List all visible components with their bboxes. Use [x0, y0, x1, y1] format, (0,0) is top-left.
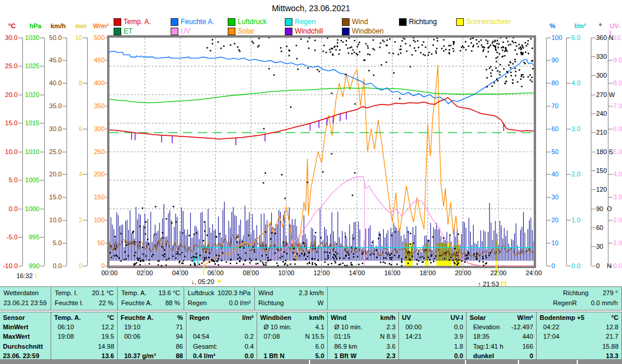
plot-area[interactable] [109, 38, 534, 266]
axis-tick-label: 50 [82, 239, 105, 247]
axis-tick [40, 237, 44, 238]
axis-tick [40, 95, 44, 95]
legend-label: Feuchte A. [181, 18, 214, 26]
axis-tick-label: 20.0 [0, 91, 18, 99]
stats-row-label: Sensor [3, 313, 48, 322]
legend-item-et: ET [114, 26, 171, 36]
table-cell: Temp. I.20.1 °CFeuchte I.22 % [51, 287, 118, 310]
legend-color-swatch [285, 18, 292, 26]
legend-color-swatch [456, 18, 464, 26]
summary-title: Wetterdaten [4, 288, 47, 298]
legend-label: Solar [238, 27, 254, 35]
axis-tick-label: 3.0 [571, 125, 597, 133]
axis-tick-label: 4 [60, 171, 82, 178]
axis-tick-label: 40.0 [39, 79, 62, 87]
axis-tick-label: 70 [551, 102, 577, 110]
current-weather-table: Wetterdaten23.06.21 23:59Temp. I.20.1 °C… [0, 286, 622, 310]
axis-tick-label: 30 [551, 193, 577, 201]
legend-item-windb-en: Windböen [342, 26, 399, 36]
stats-row-label: Durchschnitt [3, 342, 48, 351]
legend-color-swatch [285, 28, 292, 35]
legend-color-swatch [399, 18, 407, 26]
axis-tick [40, 66, 44, 66]
table-cell: Wind2.3 km/hRichtungW [255, 287, 328, 310]
axis-tick-label: 10 [551, 239, 577, 247]
axis-tick-label: 0 [60, 262, 82, 270]
axis-line [566, 38, 567, 266]
x-axis-label: 10:00 [274, 269, 298, 276]
axis-tick-label: -5.0 [0, 233, 18, 241]
x-axis-label: 00:00 [97, 269, 122, 276]
axis-tick-label: 250 [82, 148, 105, 156]
axis-tick [608, 60, 613, 61]
axis-tick [608, 266, 613, 266]
axis-tick-label: 200 [82, 171, 105, 178]
legend-color-swatch [228, 28, 235, 35]
legend-label: ET [124, 27, 132, 35]
table-cell: Temp. A.13.6 °CFeuchte A.88 % [118, 287, 184, 310]
summary-datetime: 23.06.21 23:59 [4, 298, 47, 308]
legend-label: Regen [295, 18, 315, 26]
legend-item-wind: Wind [342, 17, 399, 26]
axis-tick [62, 60, 66, 61]
axis-tick-label: 10.0 [0, 148, 18, 156]
x-axis-label: 04:00 [168, 269, 192, 276]
axis-tick-label: 500 [82, 34, 105, 42]
axis-tick [547, 152, 551, 152]
axis-tick-label: 400 [82, 79, 105, 87]
axis-tick-label: 30.0 [0, 34, 18, 42]
axis-tick-label: 0 [82, 262, 105, 270]
legend-label: UV [181, 27, 191, 35]
window-border-segment [466, 360, 518, 364]
legend-label: Richtung [409, 18, 437, 26]
axis-header-pct: % [550, 22, 556, 29]
x-axis-label: 06:00 [203, 269, 228, 276]
axis-tick [591, 56, 596, 57]
legend-item-temp-a-: Temp. A. [114, 17, 171, 26]
axis-tick [62, 197, 66, 198]
legend-label: Sonnenschein [466, 18, 511, 26]
axis-tick-label: 25.0 [39, 148, 62, 156]
x-axis-label: 02:00 [132, 269, 157, 276]
legend-color-swatch [114, 28, 121, 35]
axis-tick [62, 106, 66, 106]
axis-tick-label: 5.0 [39, 239, 62, 247]
axis-tick-label: 1025 [17, 62, 39, 70]
axis-tick-label: 150 [82, 193, 105, 201]
x-axis-label: 14:00 [345, 269, 370, 276]
sunrise-arrow-icon: ↓, [191, 278, 197, 285]
stats-row-label: 23.06. 23:59 [3, 351, 48, 360]
axis-tick [567, 220, 571, 221]
axis-tick [591, 152, 596, 152]
axis-tick-label: 0.0 [39, 262, 62, 270]
x-axis-label: 22:00 [486, 269, 511, 276]
axis-tick [62, 152, 66, 152]
legend-color-swatch [228, 18, 235, 26]
axis-tick [591, 189, 596, 190]
axis-tick-label: 990 [17, 262, 39, 270]
stats-column-wind: Windkm/hØ 10 min.2.301:15N 8.986.9 km3.6… [328, 312, 399, 360]
axis-tick-label: 1010 [17, 148, 39, 156]
axis-tick [608, 129, 613, 129]
axis-tick-label: 2.0 [571, 171, 597, 178]
axis-tick-label: 995 [17, 233, 39, 241]
axis-tick [567, 129, 571, 129]
legend-color-swatch [171, 28, 178, 35]
axis-tick-label: 1000 [17, 205, 39, 213]
axis-tick-label: 20.0 [39, 171, 62, 178]
axis-tick-label: 450 [82, 56, 105, 64]
stats-column-uv: UVUV-I00:000.014:213.91.80.0 [399, 312, 467, 360]
axis-tick [591, 38, 596, 38]
stats-column-solar: SolarW/m²Elevation-12.49718:35440Tag:1:4… [467, 312, 537, 360]
axis-header-min: min [75, 22, 87, 29]
axis-header-lm2: l/m² [574, 22, 586, 29]
axis-tick [62, 243, 66, 243]
axis-tick [608, 220, 613, 221]
chart-legend: Temp. A.Feuchte A.LuftdruckRegenWindRich… [114, 17, 513, 36]
daily-stats-table: SensorMinWertMaxWertDurchschnitt23.06. 2… [0, 312, 622, 360]
axis-tick-label: 350 [82, 102, 105, 110]
axis-tick-label: 270 W [596, 91, 622, 99]
window-border-segment [578, 360, 622, 364]
axis-tick-label: 300 [82, 125, 105, 133]
axis-tick-label: 1.0 [613, 239, 622, 247]
